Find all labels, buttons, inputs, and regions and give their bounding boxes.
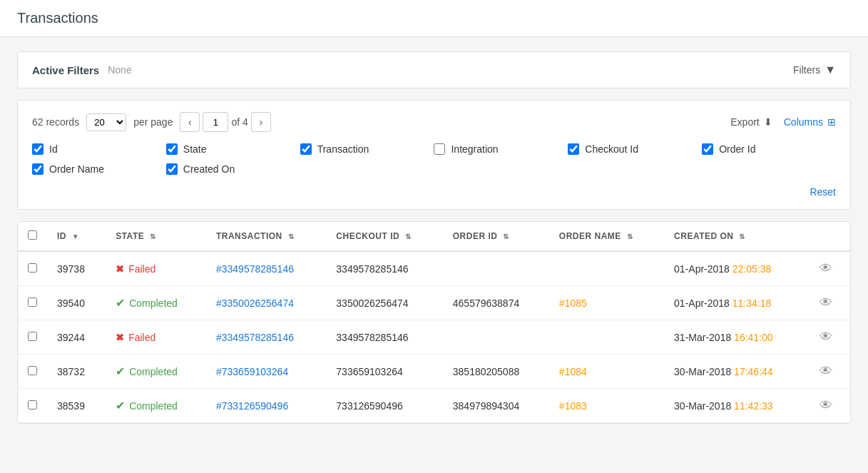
checkbox-order-name[interactable] [32, 163, 44, 175]
checkbox-state-label: State [183, 143, 207, 155]
cell-order-name: #1083 [549, 389, 664, 423]
table-row: 39738 ✖ Failed #3349578285146 3349578285… [18, 251, 850, 286]
top-bar: Transactions [0, 0, 868, 37]
checkbox-checkout-label: Checkout Id [585, 143, 638, 155]
columns-button[interactable]: Columns ⊞ [784, 116, 836, 128]
column-checkbox-transaction[interactable]: Transaction [300, 143, 434, 155]
th-id[interactable]: ID ▼ [47, 222, 106, 251]
state-label: Failed [128, 332, 155, 343]
cross-icon: ✖ [116, 332, 124, 343]
export-button[interactable]: Export ⬇ [730, 116, 772, 128]
cell-checkout-id: 3350026256474 [326, 286, 442, 320]
cell-actions: 👁 [810, 355, 850, 389]
checkbox-checkout[interactable] [568, 143, 579, 155]
column-checkbox-checkout[interactable]: Checkout Id [568, 143, 702, 155]
th-order-name[interactable]: ORDER NAME ⇅ [549, 222, 664, 251]
transaction-link[interactable]: #3349578285146 [216, 332, 294, 343]
sort-arrow-id: ▼ [72, 233, 79, 240]
cell-transaction: #733126590496 [206, 389, 326, 423]
per-page-select[interactable]: 10 20 50 100 [86, 113, 126, 131]
row-checkbox[interactable] [28, 297, 37, 307]
filters-label: Active Filters [32, 64, 99, 76]
view-icon[interactable]: 👁 [820, 398, 832, 412]
column-checkbox-integration[interactable]: Integration [434, 143, 568, 155]
checkbox-created-on[interactable] [166, 163, 178, 175]
th-state[interactable]: STATE ⇅ [106, 222, 206, 251]
transaction-link[interactable]: #733126590496 [216, 400, 288, 412]
select-all-checkbox[interactable] [28, 230, 37, 240]
column-checkbox-order-id[interactable]: Order Id [702, 143, 836, 155]
checkbox-order-id[interactable] [702, 143, 713, 155]
checkbox-transaction[interactable] [300, 143, 312, 155]
cell-created-on: 30-Mar-2018 11:42:33 [664, 389, 810, 423]
cell-checkout-id: 733126590496 [326, 389, 442, 423]
th-transaction[interactable]: TRANSACTION ⇅ [206, 222, 326, 251]
checkbox-order-name-label: Order Name [49, 163, 104, 175]
filters-left: Active Filters None [32, 64, 132, 76]
column-checkbox-id[interactable]: Id [32, 143, 166, 155]
cell-order-id: 465579638874 [443, 286, 549, 320]
transaction-link[interactable]: #733659103264 [216, 366, 288, 377]
row-checkbox[interactable] [28, 332, 37, 341]
cell-order-id [443, 251, 549, 286]
table-row: 38732 ✔ Completed #733659103264 73365910… [18, 355, 850, 389]
cell-order-name [549, 320, 664, 355]
row-checkbox-cell [18, 286, 47, 320]
transaction-link[interactable]: #3349578285146 [216, 263, 294, 275]
row-checkbox-cell [18, 320, 47, 355]
cell-state: ✔ Completed [106, 389, 206, 423]
view-icon[interactable]: 👁 [820, 330, 832, 344]
cell-state: ✔ Completed [106, 355, 206, 389]
checkbox-order-id-label: Order Id [719, 143, 755, 155]
cell-transaction: #3349578285146 [206, 320, 326, 355]
order-name-link[interactable]: #1083 [559, 400, 587, 412]
row-checkbox[interactable] [28, 366, 37, 375]
created-time: 11:42:33 [734, 400, 773, 412]
cell-order-name: #1084 [549, 355, 664, 389]
of-pages: of 4 [231, 116, 247, 128]
cell-checkout-id: 733659103264 [326, 355, 442, 389]
table-header: ID ▼ STATE ⇅ TRANSACTION ⇅ CHECKOUT ID ⇅… [18, 222, 850, 251]
cell-order-id: 385180205088 [443, 355, 549, 389]
filters-value: None [108, 64, 131, 76]
next-page-button[interactable]: › [251, 112, 271, 132]
state-label: Completed [129, 366, 178, 377]
checkbox-integration[interactable] [434, 143, 445, 155]
view-icon[interactable]: 👁 [820, 261, 832, 275]
th-created-on[interactable]: CREATED ON ⇅ [664, 222, 810, 251]
checkbox-state[interactable] [166, 143, 178, 155]
checkbox-created-on-label: Created On [183, 163, 235, 175]
transactions-table: ID ▼ STATE ⇅ TRANSACTION ⇅ CHECKOUT ID ⇅… [18, 222, 850, 423]
th-order-id[interactable]: ORDER ID ⇅ [443, 222, 549, 251]
cell-actions: 👁 [810, 389, 850, 423]
cell-order-name: #1085 [549, 286, 664, 320]
filters-button[interactable]: Filters ▼ [793, 63, 836, 76]
th-checkout-id[interactable]: CHECKOUT ID ⇅ [326, 222, 442, 251]
order-name-link[interactable]: #1084 [559, 366, 587, 377]
transaction-link[interactable]: #3350026256474 [216, 297, 294, 309]
order-name-link[interactable]: #1085 [559, 297, 587, 309]
prev-page-button[interactable]: ‹ [180, 112, 200, 132]
row-checkbox[interactable] [28, 400, 37, 410]
created-time: 11:34:18 [732, 297, 772, 309]
checkbox-id[interactable] [32, 143, 44, 155]
cell-state: ✔ Completed [106, 286, 206, 320]
column-checkbox-state[interactable]: State [166, 143, 300, 155]
state-label: Completed [129, 297, 178, 309]
checkbox-integration-label: Integration [451, 143, 498, 155]
columns-panel: 62 records 10 20 50 100 per page ‹ of 4 … [17, 100, 851, 210]
cell-transaction: #3350026256474 [206, 286, 326, 320]
view-icon[interactable]: 👁 [820, 364, 832, 378]
reset-row: Reset [32, 180, 836, 198]
page-input[interactable] [203, 112, 228, 132]
cell-state: ✖ Failed [106, 320, 206, 355]
row-checkbox[interactable] [28, 263, 37, 273]
row-checkbox-cell [18, 389, 47, 423]
created-time: 16:41:00 [734, 332, 773, 343]
cell-transaction: #733659103264 [206, 355, 326, 389]
column-checkbox-created-on[interactable]: Created On [166, 163, 300, 175]
reset-button[interactable]: Reset [810, 186, 836, 198]
cell-created-on: 31-Mar-2018 16:41:00 [664, 320, 810, 355]
column-checkbox-order-name[interactable]: Order Name [32, 163, 166, 175]
view-icon[interactable]: 👁 [820, 295, 832, 310]
